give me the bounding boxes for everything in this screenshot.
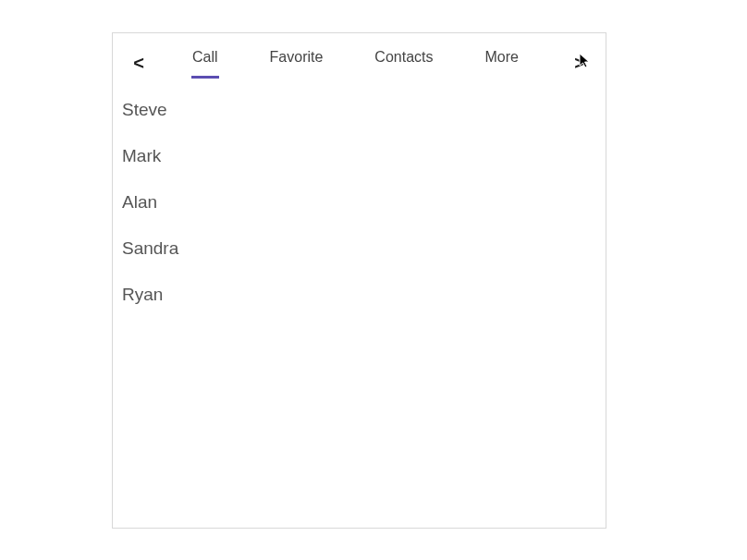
tab-label: More	[485, 49, 519, 65]
tab-bar: < Call Favorite Contacts More >	[113, 33, 606, 79]
list-item[interactable]: Steve	[122, 87, 596, 133]
tab-label: Favorite	[270, 49, 324, 65]
tab-favorite[interactable]: Favorite	[270, 49, 324, 77]
tab-label: Contacts	[374, 49, 433, 65]
tabs-container: Call Favorite Contacts More	[192, 49, 570, 77]
contact-name: Sandra	[122, 238, 178, 258]
contact-name: Steve	[122, 100, 167, 119]
tab-contacts[interactable]: Contacts	[374, 49, 433, 77]
nav-left-icon[interactable]: <	[129, 53, 148, 74]
app-window: < Call Favorite Contacts More > Steve Ma…	[112, 32, 606, 529]
contact-name: Alan	[122, 192, 157, 212]
list-item[interactable]: Ryan	[122, 272, 596, 318]
contact-name: Mark	[122, 146, 161, 165]
tab-call[interactable]: Call	[192, 49, 218, 77]
list-item[interactable]: Mark	[122, 133, 596, 179]
call-list: Steve Mark Alan Sandra Ryan	[113, 79, 606, 318]
tab-more[interactable]: More	[485, 49, 519, 77]
contact-name: Ryan	[122, 285, 163, 304]
nav-right-icon[interactable]: >	[570, 53, 589, 74]
tab-label: Call	[192, 49, 218, 65]
list-item[interactable]: Sandra	[122, 225, 596, 272]
list-item[interactable]: Alan	[122, 179, 596, 225]
